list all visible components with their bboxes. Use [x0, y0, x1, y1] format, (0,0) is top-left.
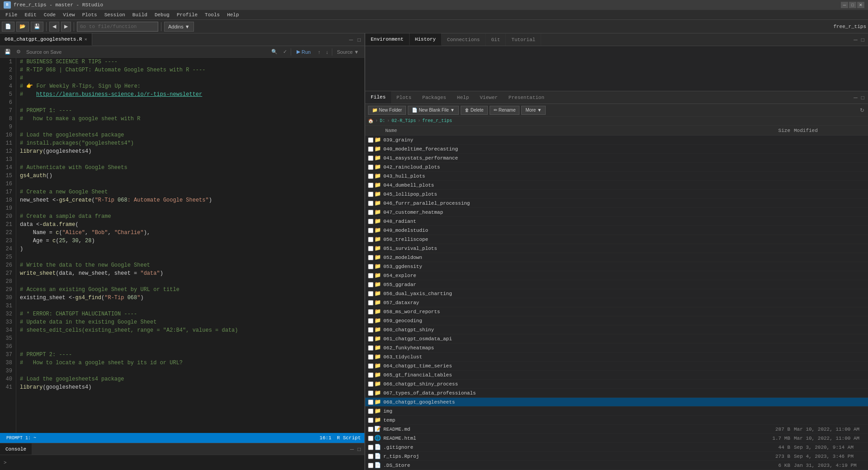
file-check-input[interactable] — [368, 381, 373, 387]
back-btn[interactable]: ◀ — [49, 22, 59, 32]
code-line-6[interactable] — [20, 99, 361, 107]
file-row[interactable]: 📁 059_geocoding — [365, 316, 868, 325]
file-row[interactable]: 📁 065_gt_financial_tables — [365, 371, 868, 380]
file-row[interactable]: 📁 044_dumbell_plots — [365, 181, 868, 190]
file-row[interactable]: 📁 062_funkyheatmaps — [365, 343, 868, 352]
code-line-37[interactable]: # PROMPT 2: ---- — [20, 351, 361, 359]
file-row[interactable]: 📁 064_chatgpt_time_series — [365, 362, 868, 371]
goto-function-input[interactable]: Go to file/function — [77, 22, 158, 32]
file-checkbox[interactable] — [367, 371, 374, 379]
menu-plots[interactable]: Plots — [79, 11, 101, 19]
forward-btn[interactable]: ▶ — [61, 22, 71, 32]
code-line-39[interactable] — [20, 367, 361, 375]
code-line-38[interactable]: # How to locate a google sheet by its id… — [20, 359, 361, 367]
menu-edit[interactable]: Edit — [21, 11, 40, 19]
code-line-8[interactable]: # how to make a google sheet with R — [20, 115, 361, 123]
file-checkbox[interactable] — [367, 326, 374, 334]
file-row[interactable]: 📁 068_chatgpt_googlesheets — [365, 398, 868, 407]
source-on-save-btn[interactable]: Source on Save — [24, 48, 63, 56]
file-checkbox[interactable] — [367, 353, 374, 361]
file-checkbox[interactable] — [367, 245, 374, 252]
file-checkbox[interactable] — [367, 272, 374, 279]
code-line-5[interactable]: # https://learn.business-science.io/r-ti… — [20, 90, 361, 99]
menu-code[interactable]: Code — [40, 11, 59, 19]
file-row[interactable]: 📁 067_types_of_data_professionals — [365, 389, 868, 398]
editor-tab-active[interactable]: 068_chatgpt_googlesheets.R ✕ — [0, 33, 92, 46]
file-check-input[interactable] — [368, 463, 373, 468]
lint-btn[interactable]: ✓ — [281, 48, 289, 56]
code-line-7[interactable]: # PROMPT 1: ---- — [20, 107, 361, 115]
file-check-input[interactable] — [368, 210, 373, 215]
tab-git[interactable]: Git — [486, 33, 506, 46]
tab-tutorial[interactable]: Tutorial — [506, 33, 541, 46]
path-free-r-tips-link[interactable]: free_r_tips — [422, 118, 452, 123]
file-row[interactable]: 📁 054_explore — [365, 271, 868, 280]
code-line-1[interactable]: # BUSINESS SCIENCE R TIPS ---- — [20, 58, 361, 66]
menu-file[interactable]: File — [2, 11, 21, 19]
tab-help[interactable]: Help — [452, 91, 474, 103]
file-checkbox[interactable] — [367, 290, 374, 297]
file-check-input[interactable] — [368, 183, 373, 188]
console-minimize-btn[interactable]: ─ — [349, 445, 355, 453]
file-checkbox[interactable] — [367, 209, 374, 216]
file-checkbox[interactable] — [367, 390, 374, 397]
source-button[interactable]: Source ▼ — [334, 48, 362, 56]
menu-build[interactable]: Build — [129, 11, 151, 19]
file-row[interactable]: 📁 052_modeldown — [365, 253, 868, 262]
file-checkbox[interactable] — [367, 173, 374, 180]
file-row[interactable]: 📁 048_radiant — [365, 217, 868, 226]
file-row[interactable]: 📁 055_ggradar — [365, 280, 868, 289]
code-line-36[interactable] — [20, 343, 361, 351]
file-row[interactable]: 📁 041_easystats_performance — [365, 154, 868, 163]
code-line-28[interactable] — [20, 277, 361, 286]
open-file-btn[interactable]: 📂 — [16, 22, 29, 32]
run-up-btn[interactable]: ↑ — [316, 48, 322, 56]
file-check-input[interactable] — [368, 345, 373, 351]
file-row[interactable]: 📄 r_tips.Rproj 273 B Sep 4, 2023, 3:46 P… — [365, 452, 868, 461]
code-line-40[interactable]: # Load the googlesheets4 package — [20, 375, 361, 383]
code-line-30[interactable]: existing_sheet <- gs4_find("R-Tip 068") — [20, 294, 361, 302]
right-top-maximize-btn[interactable]: □ — [860, 36, 865, 44]
menu-help[interactable]: Help — [223, 11, 242, 19]
delete-btn[interactable]: 🗑 Delete — [461, 106, 488, 115]
maximize-editor-btn[interactable]: □ — [356, 36, 363, 44]
file-check-input[interactable] — [368, 164, 373, 170]
file-checkbox[interactable] — [367, 299, 374, 306]
close-button[interactable]: ✕ — [857, 2, 864, 8]
file-checkbox[interactable] — [367, 426, 374, 433]
file-checkbox[interactable] — [367, 263, 374, 270]
file-check-input[interactable] — [368, 363, 373, 369]
file-checkbox[interactable] — [367, 236, 374, 243]
file-row[interactable]: 📁 042_raincloud_plots — [365, 163, 868, 172]
file-checkbox[interactable] — [367, 136, 374, 144]
minimize-editor-btn[interactable]: ─ — [347, 36, 355, 44]
path-d-link[interactable]: D: — [380, 118, 385, 123]
code-line-22[interactable]: Name = c("Alice", "Bob", "Charlie"), — [20, 229, 361, 237]
file-check-input[interactable] — [368, 264, 373, 269]
file-check-input[interactable] — [368, 255, 373, 260]
file-check-input[interactable] — [368, 418, 373, 423]
file-check-input[interactable] — [368, 228, 373, 233]
code-line-14[interactable]: # Authenticate with Google Sheets — [20, 164, 361, 172]
file-row[interactable]: 📁 046_furrr_parallel_processing — [365, 199, 868, 208]
code-line-9[interactable] — [20, 123, 361, 131]
file-check-input[interactable] — [368, 237, 373, 242]
file-check-input[interactable] — [368, 318, 373, 324]
new-blank-file-btn[interactable]: 📄 New Blank File ▼ — [408, 106, 459, 115]
file-checkbox[interactable] — [367, 344, 374, 352]
file-check-input[interactable] — [368, 336, 373, 342]
code-line-32[interactable]: # * ERROR: CHATGPT HALUCINATION ---- — [20, 310, 361, 318]
file-row[interactable]: 📁 temp — [365, 416, 868, 425]
code-line-21[interactable]: data <- data.frame( — [20, 221, 361, 229]
file-check-input[interactable] — [368, 372, 373, 378]
file-check-input[interactable] — [368, 400, 373, 405]
code-line-3[interactable]: # — [20, 74, 361, 82]
find-btn[interactable]: 🔍 — [269, 48, 279, 56]
editor-scroll-area[interactable]: 1234567891011121314151617181920212223242… — [0, 58, 364, 433]
file-check-input[interactable] — [368, 137, 373, 143]
menu-session[interactable]: Session — [101, 11, 129, 19]
save-btn[interactable]: 💾 — [31, 22, 43, 32]
file-checkbox[interactable] — [367, 218, 374, 225]
file-checkbox[interactable] — [367, 417, 374, 424]
file-check-input[interactable] — [368, 146, 373, 152]
